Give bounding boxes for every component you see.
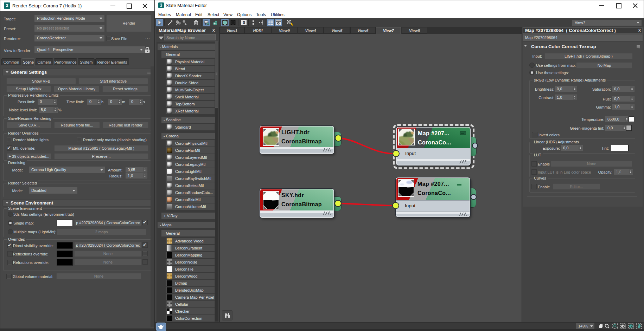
svg-text:0: 0 xyxy=(243,20,245,25)
